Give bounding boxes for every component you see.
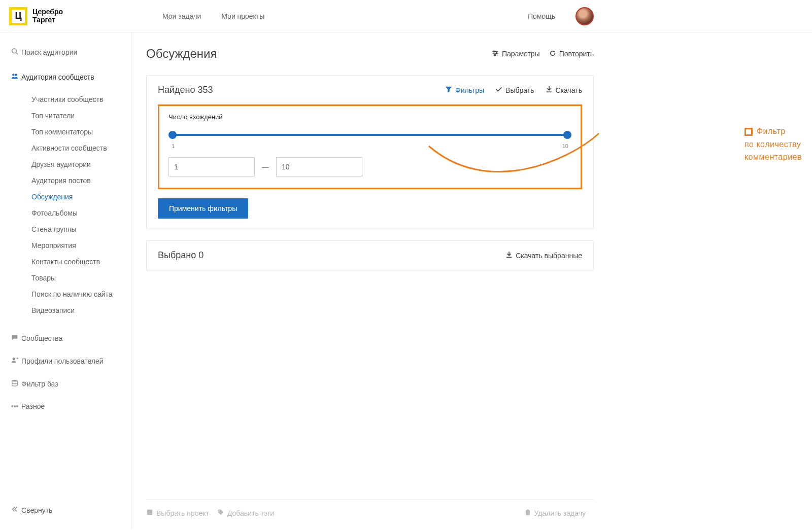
- repeat-button[interactable]: Повторить: [549, 50, 594, 58]
- sidebar-collapse[interactable]: Свернуть: [0, 501, 131, 519]
- dots-icon: •••: [8, 402, 21, 410]
- add-tags-label: Добавить тэги: [227, 509, 274, 517]
- sidebar-sub-top-readers[interactable]: Топ читатели: [0, 108, 131, 124]
- collapse-icon: [8, 506, 21, 514]
- download-icon: [505, 251, 513, 260]
- svg-point-2: [12, 74, 14, 76]
- range-from-input[interactable]: [168, 157, 255, 176]
- sidebar-sub-top-commenters[interactable]: Топ комментаторы: [0, 124, 131, 140]
- sidebar-sub-activities[interactable]: Активности сообществ: [0, 140, 131, 156]
- database-icon: [8, 379, 21, 388]
- sidebar-profiles[interactable]: Профили пользователей: [0, 351, 131, 370]
- apply-filters-button[interactable]: Применить фильтры: [158, 198, 248, 219]
- nav-my-tasks[interactable]: Мои задачи: [162, 12, 201, 20]
- slider-thumb-max[interactable]: [563, 131, 571, 139]
- sidebar-filter-db[interactable]: Фильтр баз: [0, 374, 131, 393]
- nav-help[interactable]: Помощь: [528, 12, 555, 20]
- trash-icon: [524, 509, 531, 517]
- download-button[interactable]: Скачать: [546, 86, 583, 94]
- download-label: Скачать: [556, 86, 583, 94]
- svg-point-9: [493, 51, 495, 52]
- svg-line-1: [16, 53, 18, 55]
- delete-task-button[interactable]: Удалить задачу: [524, 509, 586, 517]
- sidebar-sub-videos[interactable]: Видеозаписи: [0, 302, 131, 319]
- book-icon: [146, 509, 153, 517]
- svg-point-3: [15, 74, 17, 76]
- sidebar-sub-posts-audience[interactable]: Аудитория постов: [0, 172, 131, 189]
- sidebar-sub-goods[interactable]: Товары: [0, 270, 131, 286]
- footer-bar: Выбрать проект Добавить тэги Удалить зад…: [146, 499, 594, 523]
- sidebar-sub-participants[interactable]: Участники сообществ: [0, 91, 131, 108]
- svg-point-5: [12, 380, 18, 382]
- logo-line2: Таргет: [32, 16, 63, 24]
- found-count: Найдено 353: [158, 85, 213, 95]
- logo-letter: Ц: [15, 11, 21, 21]
- logo-text: Церебро Таргет: [32, 8, 63, 24]
- slider-track: [171, 134, 569, 136]
- slider-max-tick: 10: [562, 143, 568, 149]
- svg-point-0: [12, 49, 17, 53]
- sliders-icon: [492, 50, 499, 58]
- sidebar: Поиск аудитории Аудитория сообществ Учас…: [0, 32, 132, 529]
- annotation-square-icon: [745, 128, 753, 136]
- filter-title: Число вхождений: [168, 113, 571, 121]
- sidebar-community-audience[interactable]: Аудитория сообществ: [0, 67, 131, 86]
- sidebar-sub-discussions[interactable]: Обсуждения: [0, 189, 131, 205]
- sidebar-sub-events[interactable]: Мероприятия: [0, 237, 131, 254]
- selected-card: Выбрано 0 Скачать выбранные: [146, 240, 594, 270]
- sidebar-communities[interactable]: Сообщества: [0, 329, 131, 347]
- found-card: Найдено 353 Фильтры Выбрать Скачать: [146, 75, 594, 229]
- range-dash: —: [262, 163, 269, 171]
- sidebar-filter-db-label: Фильтр баз: [21, 380, 58, 388]
- nav-my-projects[interactable]: Мои проекты: [221, 12, 264, 20]
- download-icon: [546, 86, 553, 94]
- logo[interactable]: Ц Церебро Таргет: [0, 7, 132, 25]
- range-to-input[interactable]: [276, 157, 362, 176]
- sidebar-misc[interactable]: ••• Разное: [0, 397, 131, 415]
- download-selected-button[interactable]: Скачать выбранные: [505, 251, 582, 260]
- annotation-line3: комментариев: [745, 151, 802, 164]
- params-button[interactable]: Параметры: [492, 50, 540, 58]
- annotation-callout: Фильтр по количеству комментариев: [745, 125, 802, 164]
- selected-count: Выбрано 0: [158, 250, 204, 261]
- slider-min-tick: 1: [172, 143, 175, 149]
- svg-point-10: [496, 52, 497, 54]
- sidebar-sub-photoalbums[interactable]: Фотоальбомы: [0, 205, 131, 221]
- sidebar-sub-contacts[interactable]: Контакты сообществ: [0, 254, 131, 270]
- slider-thumb-min[interactable]: [168, 131, 177, 139]
- sidebar-profiles-label: Профили пользователей: [21, 357, 104, 365]
- svg-point-11: [494, 54, 496, 56]
- delete-task-label: Удалить задачу: [534, 509, 586, 517]
- sidebar-search-label: Поиск аудитории: [21, 48, 77, 56]
- main-content: Обсуждения Параметры Повторить Найдено 3…: [132, 32, 812, 529]
- sidebar-sub-friends[interactable]: Друзья аудитории: [0, 156, 131, 172]
- tag-icon: [217, 509, 224, 517]
- users-icon: [8, 73, 21, 81]
- refresh-icon: [549, 50, 556, 58]
- filter-panel: Число вхождений 1 10 —: [158, 104, 582, 189]
- sidebar-search-audience[interactable]: Поиск аудитории: [0, 43, 131, 61]
- sidebar-sub-wall[interactable]: Стена группы: [0, 221, 131, 237]
- params-label: Параметры: [502, 50, 540, 58]
- page-title: Обсуждения: [146, 47, 217, 61]
- filters-label: Фильтры: [455, 86, 484, 94]
- repeat-label: Повторить: [559, 50, 594, 58]
- title-bar: Обсуждения Параметры Повторить: [146, 47, 594, 61]
- logo-line1: Церебро: [32, 8, 63, 16]
- avatar[interactable]: [576, 7, 594, 25]
- filters-button[interactable]: Фильтры: [445, 86, 484, 94]
- range-slider[interactable]: [171, 131, 569, 139]
- select-label: Выбрать: [505, 86, 534, 94]
- select-project-button[interactable]: Выбрать проект: [146, 509, 209, 517]
- sidebar-group-title: Аудитория сообществ: [21, 73, 94, 81]
- annotation-line1: Фильтр: [757, 127, 786, 135]
- chat-icon: [8, 334, 21, 342]
- select-project-label: Выбрать проект: [156, 509, 209, 517]
- sidebar-communities-label: Сообщества: [21, 334, 62, 342]
- add-tags-button[interactable]: Добавить тэги: [217, 509, 274, 517]
- check-icon: [495, 86, 502, 94]
- sidebar-misc-label: Разное: [21, 402, 45, 410]
- select-button[interactable]: Выбрать: [495, 86, 534, 94]
- sidebar-sub-by-site[interactable]: Поиск по наличию сайта: [0, 286, 131, 302]
- download-selected-label: Скачать выбранные: [516, 252, 582, 260]
